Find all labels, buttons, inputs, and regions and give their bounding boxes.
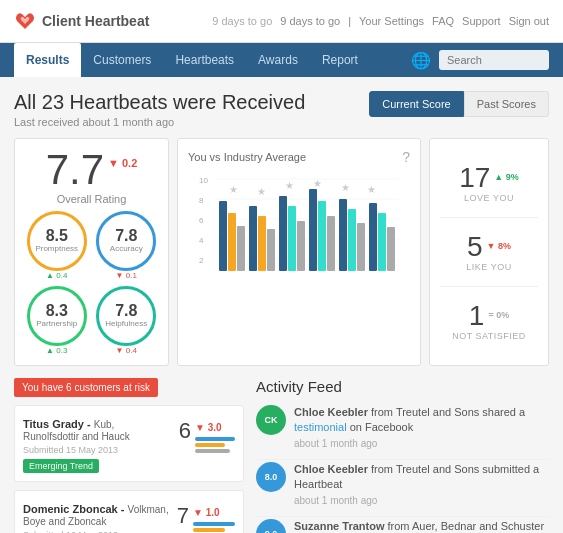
risk-item-1-info: Domenic Zboncak - Volkman, Boye and Zbon…	[23, 503, 169, 533]
svg-text:8: 8	[199, 196, 204, 205]
your-settings-link[interactable]: Your Settings	[359, 15, 424, 27]
activity-avatar-2: 9.0	[256, 519, 286, 533]
overall-score: 7.7 ▼ 0.2 Overall Rating	[25, 149, 158, 205]
nav-awards[interactable]: Awards	[246, 43, 310, 77]
svg-rect-30	[357, 223, 365, 271]
svg-text:★: ★	[367, 184, 376, 195]
metric-name-accuracy: Accuracy	[110, 244, 143, 254]
search-input[interactable]	[439, 50, 549, 70]
stats-panel: 17 ▲ 9% LOVE YOU 5 ▼ 8% LIKE YOU 1 = 0% …	[429, 138, 549, 366]
risk-item-0-score-row: Titus Grady - Kub, Runolfsdottir and Hau…	[23, 418, 235, 473]
stat-like-you: 5 ▼ 8% LIKE YOU	[440, 218, 538, 287]
globe-icon[interactable]: 🌐	[411, 51, 431, 70]
metric-delta-partnership: ▲ 0.3	[46, 346, 67, 355]
activity-avatar-0: CK	[256, 405, 286, 435]
svg-rect-18	[237, 226, 245, 271]
past-scores-button[interactable]: Past Scores	[464, 91, 549, 117]
logo-icon	[14, 10, 36, 32]
risk-section: You have 6 customers at risk Titus Grady…	[14, 378, 244, 533]
divider-1	[256, 459, 549, 460]
svg-text:★: ★	[229, 184, 238, 195]
metric-circle-partnership: 8.3 Partnership	[27, 286, 87, 346]
divider-2	[256, 516, 549, 517]
metric-accuracy: 7.8 Accuracy ▼ 0.1	[95, 211, 159, 280]
svg-rect-27	[327, 216, 335, 271]
svg-rect-22	[279, 196, 287, 271]
page-title: All 23 Heartbeats were Received	[14, 91, 305, 114]
app-title: Client Heartbeat	[42, 13, 149, 29]
metric-val-accuracy: 7.8	[115, 228, 137, 244]
mini-bar-3	[195, 449, 230, 453]
activity-time-0: about 1 month ago	[294, 438, 549, 449]
metric-promptness: 8.5 Promptness ▲ 0.4	[25, 211, 89, 280]
bottom-section: You have 6 customers at risk Titus Grady…	[14, 378, 549, 533]
activity-item-0: CK Chloe Keebler from Treutel and Sons s…	[256, 405, 549, 449]
nav-results[interactable]: Results	[14, 43, 81, 77]
stat-like-you-num: 5	[467, 233, 483, 261]
main-content: All 23 Heartbeats were Received Last rec…	[0, 77, 563, 533]
risk-item-0-score: 6 ▼ 3.0	[179, 418, 235, 453]
svg-rect-20	[258, 216, 266, 271]
svg-rect-23	[288, 206, 296, 271]
page-title-group: All 23 Heartbeats were Received Last rec…	[14, 91, 305, 128]
metric-val-promptness: 8.5	[46, 228, 68, 244]
bar-chart: 10 8 6 4 2 ★ ★ ★ ★ ★ ★	[188, 171, 410, 281]
activity-text-2: Suzanne Trantow from Auer, Bednar and Sc…	[294, 519, 549, 533]
svg-rect-31	[369, 203, 377, 271]
svg-rect-24	[297, 221, 305, 271]
activity-time-1: about 1 month ago	[294, 495, 549, 506]
stat-not-satisfied-num: 1	[469, 302, 485, 330]
rating-panel: 7.7 ▼ 0.2 Overall Rating 8.5 Promptness …	[14, 138, 169, 366]
faq-link[interactable]: FAQ	[432, 15, 454, 27]
chart-panel: You vs Industry Average ? 10 8 6 4 2 ★ ★	[177, 138, 421, 366]
nav-report[interactable]: Report	[310, 43, 370, 77]
days-left-text: 9 days to go	[280, 15, 340, 27]
svg-rect-33	[387, 227, 395, 271]
metric-circle-accuracy: 7.8 Accuracy	[96, 211, 156, 271]
risk-item-0: Titus Grady - Kub, Runolfsdottir and Hau…	[14, 405, 244, 482]
metric-circle-promptness: 8.5 Promptness	[27, 211, 87, 271]
stat-like-you-label: LIKE YOU	[466, 262, 511, 272]
header-actions: 9 days to go 9 days to go | Your Setting…	[212, 15, 549, 27]
risk-item-0-name: Titus Grady - Kub, Runolfsdottir and Hau…	[23, 418, 171, 442]
activity-section: Activity Feed CK Chloe Keebler from Treu…	[256, 378, 549, 533]
risk-item-1-score: 7 ▼ 1.0	[177, 503, 235, 533]
testimonial-link[interactable]: testimonial	[294, 421, 347, 433]
risk-item-1-mini-bars	[193, 518, 235, 533]
risk-item-0-info: Titus Grady - Kub, Runolfsdottir and Hau…	[23, 418, 171, 473]
activity-item-2: 9.0 Suzanne Trantow from Auer, Bednar an…	[256, 519, 549, 533]
risk-item-0-trend: Emerging Trend	[23, 459, 99, 473]
svg-text:★: ★	[257, 186, 266, 197]
risk-item-1-name: Domenic Zboncak - Volkman, Boye and Zbon…	[23, 503, 169, 527]
risk-item-1: Domenic Zboncak - Volkman, Boye and Zbon…	[14, 490, 244, 533]
signout-link[interactable]: Sign out	[509, 15, 549, 27]
svg-text:★: ★	[313, 178, 322, 189]
stat-like-you-delta: ▼ 8%	[487, 241, 511, 251]
current-score-button[interactable]: Current Score	[369, 91, 463, 117]
stat-love-you-label: LOVE YOU	[464, 193, 514, 203]
nav-customers[interactable]: Customers	[81, 43, 163, 77]
activity-text-0: Chloe Keebler from Treutel and Sons shar…	[294, 405, 549, 449]
chart-title: You vs Industry Average ?	[188, 149, 410, 165]
metric-delta-accuracy: ▼ 0.1	[116, 271, 137, 280]
metric-delta-helpfulness: ▼ 0.4	[116, 346, 137, 355]
header: Client Heartbeat 9 days to go 9 days to …	[0, 0, 563, 43]
support-link[interactable]: Support	[462, 15, 501, 27]
chart-help-icon[interactable]: ?	[402, 149, 410, 165]
svg-rect-26	[318, 201, 326, 271]
svg-rect-29	[348, 209, 356, 271]
stat-not-satisfied-delta: = 0%	[488, 310, 509, 320]
svg-text:4: 4	[199, 236, 204, 245]
nav-heartbeats[interactable]: Heartbeats	[163, 43, 246, 77]
overall-score-value: 7.7	[46, 149, 104, 191]
svg-text:10: 10	[199, 176, 208, 185]
mini-bar-4	[193, 522, 235, 526]
stat-love-you: 17 ▲ 9% LOVE YOU	[440, 149, 538, 218]
overall-score-delta: ▼ 0.2	[108, 157, 137, 169]
metric-circle-helpfulness: 7.8 Helpfulness	[96, 286, 156, 346]
page-title-row: All 23 Heartbeats were Received Last rec…	[14, 91, 549, 128]
navigation: Results Customers Heartbeats Awards Repo…	[0, 43, 563, 77]
svg-text:2: 2	[199, 256, 204, 265]
svg-rect-25	[309, 189, 317, 271]
nav-right: 🌐	[411, 50, 549, 70]
